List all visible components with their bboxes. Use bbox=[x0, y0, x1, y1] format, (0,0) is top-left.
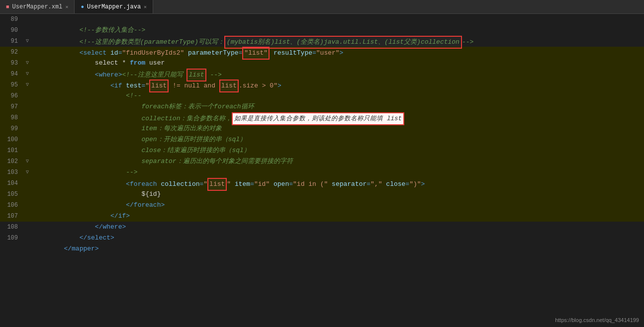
line-content-102: --> bbox=[31, 156, 644, 167]
line-num-103: 103 bbox=[0, 167, 24, 178]
tab-java-label: UserMapper.java bbox=[87, 3, 141, 10]
xml-icon: ■ bbox=[6, 4, 9, 10]
fold-105 bbox=[24, 189, 31, 200]
line-content-105: </foreach> bbox=[31, 189, 644, 200]
line-108: 108 </select> bbox=[0, 222, 644, 233]
line-num-99: 99 bbox=[0, 123, 24, 134]
line-content-103: <foreach collection="list" item="id" ope… bbox=[31, 167, 644, 178]
line-106: 106 </if> bbox=[0, 200, 644, 211]
fold-98 bbox=[24, 112, 31, 123]
fold-109 bbox=[24, 233, 31, 244]
line-95: 95 ▽ <!-- bbox=[0, 80, 644, 90]
line-content-100: close：结束遍历时拼接的串（sql） bbox=[31, 134, 644, 145]
line-109: 109 </mapper> bbox=[0, 233, 644, 244]
line-101: 101 separator：遍历出的每个对象之间需要拼接的字符 bbox=[0, 145, 644, 156]
line-num-104: 104 bbox=[0, 178, 24, 189]
line-num-107: 107 bbox=[0, 211, 24, 222]
line-num-100: 100 bbox=[0, 134, 24, 145]
fold-97 bbox=[24, 101, 31, 112]
line-105: 105 </foreach> bbox=[0, 189, 644, 200]
line-content-107: </where> bbox=[31, 211, 644, 222]
line-94: 94 ▽ <if test="list != null and list.siz… bbox=[0, 69, 644, 80]
line-content-90: <!--这里的参数类型(parameterType)可以写：(mybatis别名… bbox=[31, 25, 644, 36]
fold-95: ▽ bbox=[24, 80, 31, 90]
code-lines: 89 <!--参数传入集合--> 90 <!--这里的参数类型(paramete… bbox=[0, 14, 644, 327]
line-num-94: 94 bbox=[0, 69, 24, 80]
tab-xml-label: UserMapper.xml bbox=[12, 3, 63, 10]
line-num-93: 93 bbox=[0, 58, 24, 69]
line-content-94: <if test="list != null and list.size > 0… bbox=[31, 69, 644, 80]
fold-90 bbox=[24, 25, 31, 36]
fold-106 bbox=[24, 200, 31, 211]
line-104: 104 ${id} bbox=[0, 178, 644, 189]
line-content-101: separator：遍历出的每个对象之间需要拼接的字符 bbox=[31, 145, 644, 156]
line-num-89: 89 bbox=[0, 14, 24, 25]
line-content-106: </if> bbox=[31, 200, 644, 211]
line-num-109: 109 bbox=[0, 233, 24, 244]
line-content-97: collection：集合参数名称，如果是直接传入集合参数，则该处的参数名称只能… bbox=[31, 101, 644, 112]
editor-container: 89 <!--参数传入集合--> 90 <!--这里的参数类型(paramete… bbox=[0, 14, 644, 327]
line-content-93: <where><!--注意这里只能写 list --> bbox=[31, 58, 644, 69]
tab-xml[interactable]: ■ UserMapper.xml ✕ bbox=[0, 0, 75, 13]
line-content-92: select * from user bbox=[31, 47, 644, 58]
line-content-104: ${id} bbox=[31, 178, 644, 189]
line-num-98: 98 bbox=[0, 112, 24, 123]
line-90: 90 <!--这里的参数类型(parameterType)可以写：(mybati… bbox=[0, 25, 644, 36]
line-98: 98 item：每次遍历出来的对象 bbox=[0, 112, 644, 123]
line-content-109: </mapper> bbox=[31, 233, 644, 244]
line-content-89: <!--参数传入集合--> bbox=[31, 14, 644, 25]
fold-102: ▽ bbox=[24, 156, 31, 167]
line-num-108: 108 bbox=[0, 222, 24, 233]
fold-93: ▽ bbox=[24, 58, 31, 69]
line-num-95: 95 bbox=[0, 80, 24, 90]
line-content-96: foreach标签：表示一个foreach循环 bbox=[31, 90, 644, 101]
fold-96 bbox=[24, 90, 31, 101]
line-content-108: </select> bbox=[31, 222, 644, 233]
line-103: 103 ▽ <foreach collection="list" item="i… bbox=[0, 167, 644, 178]
line-num-106: 106 bbox=[0, 200, 24, 211]
fold-101 bbox=[24, 145, 31, 156]
line-num-105: 105 bbox=[0, 189, 24, 200]
tab-bar: ■ UserMapper.xml ✕ ● UserMapper.java ✕ bbox=[0, 0, 644, 14]
line-num-102: 102 bbox=[0, 156, 24, 167]
fold-94: ▽ bbox=[24, 69, 31, 80]
java-icon: ● bbox=[81, 4, 84, 10]
line-num-97: 97 bbox=[0, 101, 24, 112]
line-97: 97 collection：集合参数名称，如果是直接传入集合参数，则该处的参数名… bbox=[0, 101, 644, 112]
tab-java-close[interactable]: ✕ bbox=[144, 4, 147, 10]
line-96: 96 foreach标签：表示一个foreach循环 bbox=[0, 90, 644, 101]
line-num-96: 96 bbox=[0, 90, 24, 101]
line-content-99: open：开始遍历时拼接的串（sql） bbox=[31, 123, 644, 134]
fold-103: ▽ bbox=[24, 167, 31, 178]
tab-xml-close[interactable]: ✕ bbox=[65, 4, 68, 10]
line-num-92: 92 bbox=[0, 47, 24, 58]
line-107: 107 </where> bbox=[0, 211, 644, 222]
line-100: 100 close：结束遍历时拼接的串（sql） bbox=[0, 134, 644, 145]
fold-92 bbox=[24, 47, 31, 58]
fold-104 bbox=[24, 178, 31, 189]
line-num-91: 91 bbox=[0, 36, 24, 47]
line-89: 89 <!--参数传入集合--> bbox=[0, 14, 644, 25]
fold-99 bbox=[24, 123, 31, 134]
line-93: 93 ▽ <where><!--注意这里只能写 list --> bbox=[0, 58, 644, 69]
line-91: 91 ▽ <select id="findUserByIds2" paramet… bbox=[0, 36, 644, 47]
line-92: 92 select * from user bbox=[0, 47, 644, 58]
line-num-90: 90 bbox=[0, 25, 24, 36]
line-content-98: item：每次遍历出来的对象 bbox=[31, 112, 644, 123]
fold-91: ▽ bbox=[24, 36, 31, 47]
watermark: https://blog.csdn.net/qq_43414199 bbox=[555, 317, 639, 323]
line-content-95: <!-- bbox=[31, 80, 644, 90]
fold-100 bbox=[24, 134, 31, 145]
line-num-101: 101 bbox=[0, 145, 24, 156]
fold-107 bbox=[24, 211, 31, 222]
fold-108 bbox=[24, 222, 31, 233]
fold-89 bbox=[24, 14, 31, 25]
line-102: 102 ▽ --> bbox=[0, 156, 644, 167]
tab-java[interactable]: ● UserMapper.java ✕ bbox=[75, 0, 153, 13]
line-content-91: <select id="findUserByIds2" parameterTyp… bbox=[31, 36, 644, 47]
line-99: 99 open：开始遍历时拼接的串（sql） bbox=[0, 123, 644, 134]
